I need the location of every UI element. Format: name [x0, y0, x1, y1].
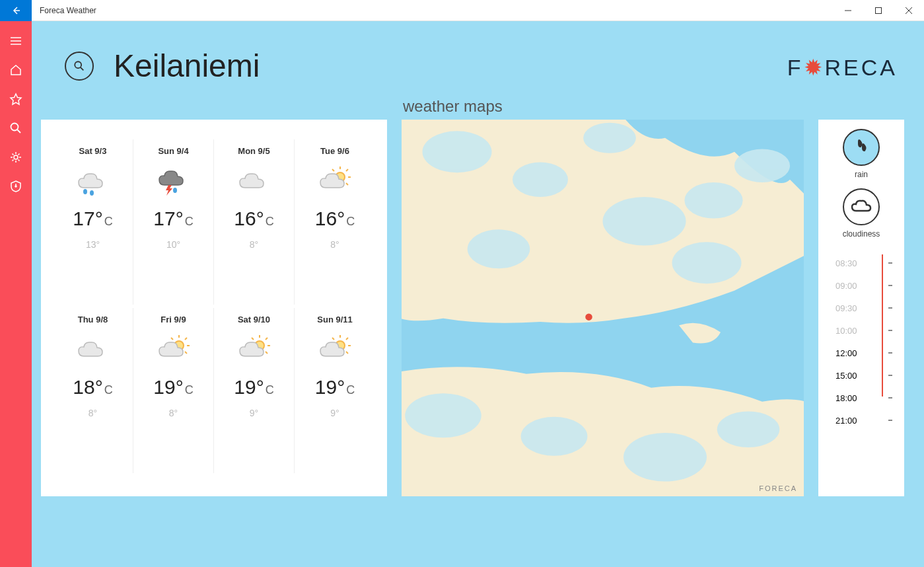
svg-line-42 [266, 338, 267, 340]
timeline-time: 08:30 [835, 258, 857, 268]
high-temp: 18°C [55, 376, 130, 398]
svg-point-57 [468, 229, 530, 268]
rain-layer-button[interactable] [843, 129, 880, 166]
home-icon [9, 63, 22, 77]
timeline-step[interactable]: 12:00 [824, 342, 899, 364]
back-button[interactable] [0, 0, 32, 21]
favorites-button[interactable] [0, 85, 32, 114]
time-slider[interactable]: 08:3009:0009:3010:0012:0015:0018:0021:00 [824, 248, 899, 487]
svg-point-9 [14, 155, 18, 159]
search-icon [9, 122, 22, 135]
timeline-time: 10:00 [835, 326, 857, 336]
svg-point-54 [423, 131, 492, 172]
svg-line-51 [346, 338, 348, 340]
privacy-button[interactable] [0, 172, 32, 201]
weather-icon [55, 163, 130, 200]
svg-line-23 [346, 183, 348, 185]
timeline-step[interactable]: 09:00 [824, 274, 899, 297]
low-temp: 8° [55, 408, 130, 418]
forecast-date: Sun 9/11 [297, 315, 373, 324]
forecast-date: Sun 9/4 [136, 146, 211, 156]
forecast-day[interactable]: Sun 9/417°C10° [133, 139, 214, 305]
weather-icon [217, 331, 291, 368]
gear-icon [9, 151, 22, 164]
timeline-time: 18:00 [835, 393, 857, 403]
svg-line-13 [81, 67, 84, 70]
main-content: Keilaniemi F✹RECA weather maps Sat 9/317… [32, 21, 924, 567]
maps-section-title: weather maps [403, 97, 924, 116]
timeline-tick [888, 330, 892, 331]
low-temp: 10° [136, 239, 211, 250]
map-controls-panel: rain cloudiness 08:3009:0009:3010:0012:0… [818, 120, 904, 496]
window-title: Foreca Weather [32, 6, 833, 15]
forecast-date: Mon 9/5 [217, 146, 291, 156]
timeline-step[interactable]: 18:00 [824, 387, 899, 409]
map-canvas [402, 120, 804, 496]
timeline-step[interactable]: 10:00 [824, 319, 899, 342]
svg-point-63 [734, 149, 790, 182]
svg-line-40 [252, 338, 254, 340]
cloudiness-layer-button[interactable] [843, 188, 880, 225]
forecast-day[interactable]: Thu 9/818°C8° [53, 308, 133, 473]
home-button[interactable] [0, 56, 32, 85]
forecast-date: Sat 9/10 [217, 315, 291, 324]
timeline-tick [888, 285, 892, 286]
maximize-button[interactable] [863, 0, 894, 21]
forecast-day[interactable]: Tue 9/616°C8° [295, 139, 375, 305]
timeline-step[interactable]: 09:30 [824, 297, 899, 319]
arrow-left-icon [11, 5, 21, 16]
timeline-time: 12:00 [835, 348, 857, 358]
timeline-time: 15:00 [835, 371, 857, 381]
timeline-time: 09:00 [835, 281, 857, 291]
forecast-day[interactable]: Mon 9/516°C8° [214, 139, 295, 305]
cloud-icon [850, 199, 872, 215]
high-temp: 16°C [297, 208, 373, 230]
weather-icon [297, 163, 373, 200]
svg-point-60 [521, 417, 588, 456]
close-button[interactable] [894, 0, 924, 21]
low-temp: 13° [55, 239, 130, 250]
low-temp: 9° [297, 408, 373, 418]
high-temp: 19°C [136, 376, 211, 398]
svg-point-58 [672, 242, 742, 284]
forecast-day[interactable]: Sat 9/1019°C9° [214, 308, 295, 473]
timeline-step[interactable]: 21:00 [824, 409, 899, 432]
brand-logo: F✹RECA [787, 54, 898, 81]
svg-point-59 [405, 393, 481, 437]
high-temp: 16°C [217, 208, 291, 230]
low-temp: 8° [136, 408, 211, 418]
timeline-step[interactable]: 08:30 [824, 252, 899, 274]
low-temp: 8° [217, 239, 291, 250]
svg-line-22 [332, 169, 334, 171]
svg-rect-1 [876, 7, 882, 13]
forecast-day[interactable]: Sun 9/1119°C9° [295, 308, 375, 473]
svg-point-7 [11, 124, 18, 131]
svg-line-32 [185, 352, 187, 354]
search-icon [73, 60, 85, 72]
svg-line-50 [346, 352, 348, 354]
location-search-button[interactable] [65, 52, 94, 81]
high-temp: 17°C [55, 208, 130, 230]
svg-point-16 [173, 188, 177, 193]
minimize-button[interactable] [833, 0, 863, 21]
timeline-tick [888, 262, 892, 264]
settings-button[interactable] [0, 143, 32, 172]
svg-point-10 [15, 186, 17, 187]
sidebar [0, 21, 32, 567]
forecast-day[interactable]: Sat 9/317°C13° [53, 139, 133, 305]
timeline-step[interactable]: 15:00 [824, 364, 899, 387]
timeline-indicator [882, 254, 883, 397]
hamburger-icon [9, 34, 22, 48]
search-nav-button[interactable] [0, 114, 32, 143]
svg-point-55 [513, 163, 568, 198]
timeline-time: 21:00 [835, 416, 857, 426]
cloudiness-layer-label: cloudiness [843, 229, 880, 239]
weather-map[interactable]: FORECA [402, 120, 804, 496]
map-attribution: FORECA [759, 484, 797, 492]
menu-button[interactable] [0, 26, 32, 56]
timeline-tick [888, 420, 892, 421]
forecast-day[interactable]: Fri 9/919°C8° [133, 308, 214, 473]
forecast-panel: Sat 9/317°C13°Sun 9/417°C10°Mon 9/516°C8… [41, 120, 387, 496]
weather-icon [55, 331, 130, 368]
weather-icon [217, 163, 291, 200]
